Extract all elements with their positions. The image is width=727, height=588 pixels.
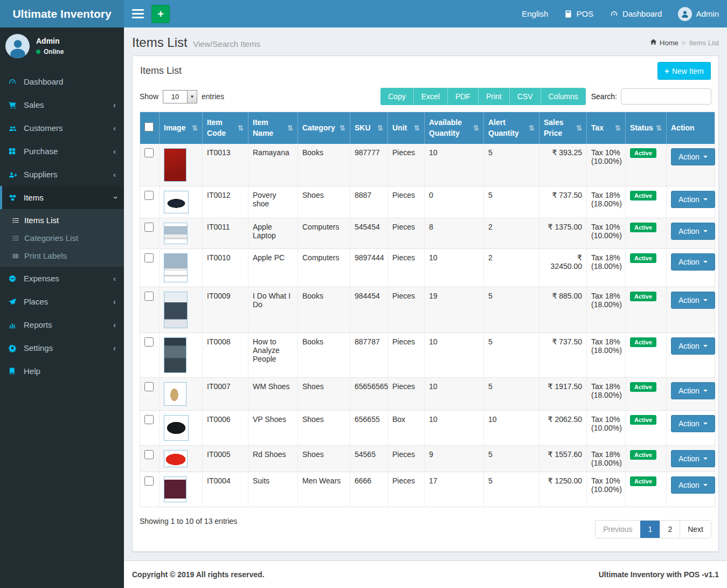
action-button[interactable]: Action (671, 450, 715, 467)
print-button[interactable]: Print (478, 88, 509, 105)
row-checkbox[interactable] (144, 292, 154, 301)
col-sku[interactable]: SKU⇅ (350, 112, 388, 144)
page-title: Items List (132, 35, 188, 50)
alert-quantity-cell: 5 (484, 287, 539, 333)
col-item-name[interactable]: Item Name⇅ (248, 112, 298, 144)
sidebar-item-expenses[interactable]: Expenses ‹ (0, 267, 124, 290)
nav-user[interactable]: Admin (678, 7, 719, 21)
sidebar-item-help[interactable]: Help (0, 359, 124, 383)
sort-icon: ⇅ (414, 124, 420, 132)
copy-button[interactable]: Copy (380, 88, 413, 105)
sort-icon: ⇅ (615, 124, 621, 132)
breadcrumb-home-link[interactable]: Home (650, 38, 678, 47)
available-quantity-cell: 10 (425, 144, 484, 186)
col-available-quantity[interactable]: Available Quantity⇅ (425, 112, 484, 144)
col-alert-quantity[interactable]: Alert Quantity⇅ (484, 112, 539, 144)
action-button[interactable]: Action (671, 476, 715, 494)
search-label: Search: (591, 92, 617, 101)
row-checkbox[interactable] (144, 253, 154, 262)
status-badge: Active (630, 253, 656, 263)
caret-down-icon (703, 198, 708, 200)
item-image (164, 148, 186, 182)
col-tax[interactable]: Tax⇅ (587, 112, 626, 144)
row-checkbox[interactable] (144, 450, 154, 459)
col-image[interactable]: Image⇅ (160, 112, 203, 144)
action-button-label: Action (678, 227, 700, 236)
status-badge: Active (630, 292, 656, 301)
select-all-checkbox[interactable] (144, 122, 154, 132)
category-cell: Books (298, 144, 350, 186)
new-item-label: New Item (672, 67, 704, 75)
sales-price-cell: ₹ 393.25 (539, 144, 587, 186)
cubes-icon (8, 193, 18, 202)
sidebar-item-reports[interactable]: Reports ‹ (0, 313, 124, 336)
col-status[interactable]: Status⇅ (626, 112, 667, 144)
pagination-page-2[interactable]: 2 (660, 521, 680, 538)
action-button[interactable]: Action (671, 191, 715, 208)
new-item-button[interactable]: + New Item (657, 62, 711, 80)
row-select-cell (140, 248, 160, 287)
nav-dashboard-label: Dashboard (622, 9, 662, 18)
nav-pos[interactable]: POS (564, 9, 593, 18)
item-image (164, 476, 186, 502)
sidebar-item-items[interactable]: Items ‹ (0, 186, 124, 209)
col-item-code[interactable]: Item Code⇅ (203, 112, 248, 144)
item-name-cell: Apple PC (248, 248, 298, 287)
available-quantity-cell: 10 (425, 377, 484, 410)
nav-dashboard[interactable]: Dashboard (610, 9, 662, 18)
sidebar-item-sales[interactable]: Sales ‹ (0, 93, 124, 116)
sort-icon: ⇅ (656, 124, 662, 132)
search-input[interactable] (621, 88, 711, 105)
row-checkbox[interactable] (144, 223, 154, 232)
columns-button[interactable]: Columns (541, 88, 586, 105)
action-button[interactable]: Action (671, 292, 715, 309)
sidebar-menu: Dashboard Sales ‹ Customers ‹ Purchase ‹… (0, 70, 124, 383)
sidebar-item-print-labels[interactable]: Print Labels (0, 247, 124, 265)
app-logo[interactable]: Ultimate Inventory (0, 0, 124, 27)
page-length-select[interactable]: 10 ▼ (163, 90, 197, 103)
sidebar-item-suppliers[interactable]: Suppliers ‹ (0, 163, 124, 186)
action-button[interactable]: Action (671, 223, 715, 240)
action-button[interactable]: Action (671, 415, 715, 432)
col-unit[interactable]: Unit⇅ (388, 112, 425, 144)
sidebar-item-customers[interactable]: Customers ‹ (0, 116, 124, 140)
row-checkbox[interactable] (144, 382, 154, 391)
sidebar-item-categories-list[interactable]: Categories List (0, 229, 124, 247)
paper-plane-icon (8, 298, 18, 306)
action-button[interactable]: Action (671, 337, 715, 355)
excel-button[interactable]: Excel (413, 88, 447, 105)
item-code-cell: IT0006 (203, 410, 248, 445)
quick-add-button[interactable]: + (151, 5, 170, 23)
col-category[interactable]: Category⇅ (298, 112, 350, 144)
table-row: IT0012 Povery shoe Shoes 8887 Pieces 0 5… (140, 186, 715, 218)
csv-button[interactable]: CSV (509, 88, 541, 105)
book-icon (8, 367, 18, 375)
action-button[interactable]: Action (671, 148, 715, 165)
sidebar-toggle-icon[interactable] (132, 9, 144, 18)
items-panel: Items List + New Item Show 10 ▼ entries … (132, 56, 719, 552)
item-name-cell: Ramayana (248, 144, 298, 186)
action-button[interactable]: Action (671, 253, 715, 271)
available-quantity-cell: 19 (425, 287, 484, 333)
action-cell: Action (667, 377, 715, 410)
plus-icon: + (157, 8, 164, 20)
row-checkbox[interactable] (144, 148, 154, 157)
sidebar-item-purchase[interactable]: Purchase ‹ (0, 140, 124, 163)
pagination-next[interactable]: Next (680, 521, 711, 538)
row-checkbox[interactable] (144, 415, 154, 424)
col-sales-price[interactable]: Sales Price⇅ (539, 112, 587, 144)
sidebar-item-places[interactable]: Places ‹ (0, 290, 124, 313)
row-checkbox[interactable] (144, 191, 154, 200)
row-checkbox[interactable] (144, 476, 154, 486)
pagination-page-1[interactable]: 1 (640, 521, 660, 538)
pdf-button[interactable]: PDF (447, 88, 478, 105)
sidebar-item-dashboard[interactable]: Dashboard (0, 70, 124, 93)
action-button[interactable]: Action (671, 382, 715, 399)
row-checkbox[interactable] (144, 337, 154, 347)
nav-language[interactable]: English (522, 9, 548, 18)
row-image-cell (160, 333, 203, 377)
caret-down-icon (703, 230, 708, 232)
pagination-previous[interactable]: Previous (596, 521, 640, 538)
sidebar-item-items-list[interactable]: Items List (0, 211, 124, 229)
sidebar-item-settings[interactable]: Settings ‹ (0, 336, 124, 359)
